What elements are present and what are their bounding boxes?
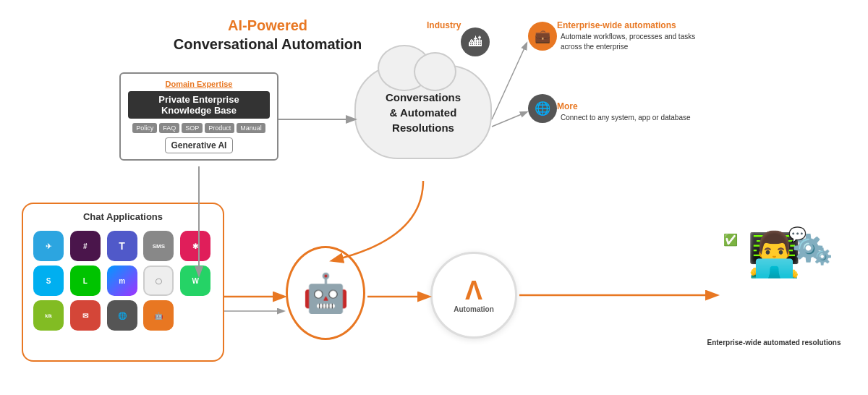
chat-box-title: Chat Applications xyxy=(30,211,216,222)
messenger-icon: m xyxy=(107,266,137,296)
line-icon: L xyxy=(70,266,101,296)
telegram-icon: ✈ xyxy=(33,231,64,261)
sms-icon: SMS xyxy=(143,231,174,261)
chat-applications-box: Chat Applications ✈ # T SMS ✱ S L m ○ W … xyxy=(22,203,224,362)
kb-tags: Policy FAQ SOP Product Manual xyxy=(128,123,270,133)
chat-bubble-icon: 💬 xyxy=(788,226,807,243)
automation-circle: Λ Automation xyxy=(430,252,517,339)
globe-icon: 🌐 xyxy=(528,94,557,123)
slack-icon: ✱ xyxy=(180,231,210,261)
automation-logo: Λ xyxy=(465,278,482,304)
right-illustration: 👨‍💻 ⚙️ ⚙️ 💬 ✅ Enterprise-wide automated … xyxy=(702,224,846,354)
workplace-icon: # xyxy=(70,231,101,261)
chat-icons-grid: ✈ # T SMS ✱ S L m ○ W kik ✉ 🌐 🤖 xyxy=(30,228,216,334)
bot-small-icon: 🤖 xyxy=(143,300,174,331)
cloud-text: Conversations& AutomatedResolutions xyxy=(386,90,461,135)
industry-label: Industry xyxy=(427,20,461,30)
bot-circle: 🤖 xyxy=(286,246,365,340)
enterprise-label: Enterprise-wide automations xyxy=(557,20,676,30)
more-desc: Connect to any system, app or database xyxy=(561,113,705,123)
more-label: More xyxy=(557,101,578,111)
kb-tag-faq: FAQ xyxy=(159,123,179,133)
industry-icon: 🏙 xyxy=(461,27,490,56)
kb-title: Private Enterprise Knowledge Base xyxy=(128,91,270,119)
teams-icon: T xyxy=(107,231,137,261)
cloud-box: Conversations& AutomatedResolutions xyxy=(354,65,492,174)
main-title: AI-PoweredConversational Automation xyxy=(116,16,420,54)
gear-small-icon: ⚙️ xyxy=(812,247,832,266)
kb-tag-product: Product xyxy=(205,123,234,133)
whatsapp-icon: W xyxy=(180,266,210,296)
svg-line-5 xyxy=(492,43,527,119)
web-icon: 🌐 xyxy=(107,300,137,331)
cloud-shape: Conversations& AutomatedResolutions xyxy=(354,65,492,159)
enterprise-desc: Automate workflows, processes and tasks … xyxy=(561,32,705,52)
bot-icon: 🤖 xyxy=(302,274,349,312)
kb-domain-label: Domain Expertise xyxy=(128,80,270,88)
email-icon: ✉ xyxy=(70,300,101,331)
right-caption: Enterprise-wide automated resolutions xyxy=(707,339,841,347)
knowledge-base-box: Domain Expertise Private Enterprise Know… xyxy=(119,72,278,161)
kik-icon: kik xyxy=(33,300,64,331)
circle-icon: ○ xyxy=(143,266,174,296)
skype-icon: S xyxy=(33,266,64,296)
enterprise-icon: 💼 xyxy=(528,22,557,51)
main-diagram: AI-PoweredConversational Automation 🏙 💼 … xyxy=(0,0,868,395)
check-icon: ✅ xyxy=(723,233,738,247)
right-art: 👨‍💻 ⚙️ ⚙️ 💬 ✅ xyxy=(716,233,832,334)
kb-tag-sop: SOP xyxy=(182,123,203,133)
kb-tag-manual: Manual xyxy=(237,123,265,133)
svg-line-6 xyxy=(492,112,527,127)
kb-tag-policy: Policy xyxy=(132,123,157,133)
automation-label: Automation xyxy=(454,305,494,313)
kb-genai-label: Generative AI xyxy=(165,137,234,153)
